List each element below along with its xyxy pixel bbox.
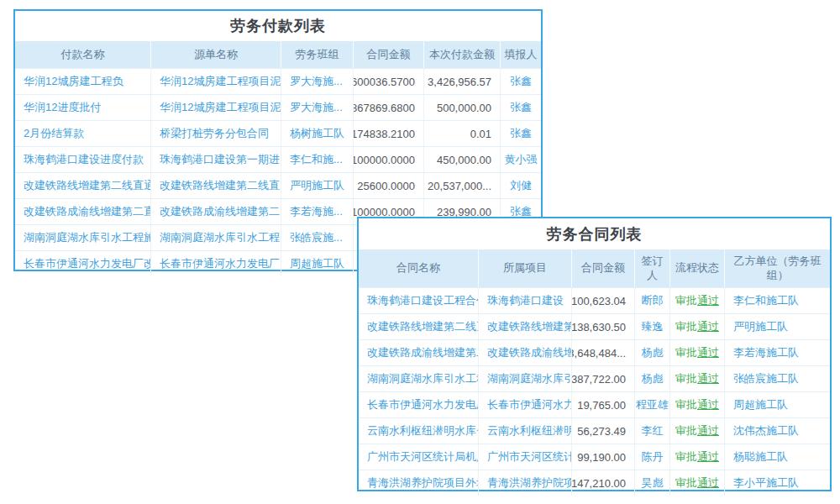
labor-team-link[interactable]: 李若海施...: [281, 199, 353, 224]
contract-name-link[interactable]: 长春市伊通河水力发电厂改...: [359, 392, 478, 417]
project-link[interactable]: 改建铁路成渝线增...: [478, 340, 571, 365]
project-link[interactable]: 广州市天河区统计...: [478, 444, 571, 470]
source-name-link[interactable]: 华润12城房建工程项目泥...: [150, 95, 281, 120]
contract-amount-cell: 387,722.00: [571, 366, 634, 391]
signer-link[interactable]: 杨彪: [634, 340, 669, 365]
status-text: 审批: [675, 319, 697, 334]
payment-name-link[interactable]: 湖南洞庭湖水库引水工程施...: [15, 225, 150, 250]
status-link[interactable]: 通过: [697, 345, 719, 360]
labor-team-link[interactable]: 周超施工队: [281, 251, 353, 276]
flow-status-cell: 审批通过: [669, 418, 724, 444]
project-link[interactable]: 青海洪湖养护院项目: [478, 470, 571, 496]
party-b-unit-link[interactable]: 李若海施工队: [724, 340, 830, 365]
party-b-unit-link[interactable]: 沈伟杰施工队: [724, 418, 830, 444]
status-text: 审批: [675, 449, 697, 465]
flow-status-cell: 审批通过: [669, 340, 724, 365]
signer-link[interactable]: 昊彪: [634, 470, 669, 496]
signer-link[interactable]: 断郎: [634, 288, 669, 313]
column-header-contract-amount: 合同金额: [571, 249, 634, 287]
column-header-labor-team: 劳务班组: [281, 41, 353, 68]
contract-amount-cell: 56,273.49: [571, 418, 634, 444]
payment-table-header-row: 付款名称 源单名称 劳务班组 合同金额 本次付款金额 填报人: [15, 41, 541, 68]
status-link[interactable]: 通过: [697, 371, 719, 386]
labor-team-link[interactable]: 杨树施工队: [281, 121, 353, 146]
payment-name-link[interactable]: 2月份结算款: [15, 121, 150, 146]
source-name-link[interactable]: 湖南洞庭湖水库引水工程...: [150, 225, 281, 250]
payment-name-link[interactable]: 改建铁路线增建第二线直通...: [15, 173, 150, 198]
reporter-link[interactable]: 张鑫: [500, 95, 541, 120]
labor-team-link[interactable]: 严明施工队: [281, 173, 353, 198]
party-b-unit-link[interactable]: 杨聪施工队: [724, 444, 830, 470]
flow-status-cell: 审批通过: [669, 288, 724, 313]
signer-link[interactable]: 程亚雄: [634, 392, 669, 417]
flow-status-cell: 审批通过: [669, 392, 724, 417]
party-b-unit-link[interactable]: 李仁和施工队: [724, 288, 830, 313]
reporter-link[interactable]: 张鑫: [500, 121, 541, 146]
contract-amount-cell: 100,623.04: [571, 288, 634, 313]
contract-table-header-row: 合同名称 所属项目 合同金额 签订人 流程状态 乙方单位（劳务班组）: [359, 249, 830, 287]
signer-link[interactable]: 陈丹: [634, 444, 669, 470]
contract-amount-cell: 174838.2100: [353, 121, 423, 146]
contract-amount-cell: 147,210.00: [571, 470, 634, 496]
contract-amount-cell: 4600036.5700: [353, 69, 423, 94]
status-link[interactable]: 通过: [697, 475, 719, 491]
contract-amount-cell: 19,765.00: [571, 392, 634, 417]
project-link[interactable]: 改建铁路线增建第...: [478, 314, 571, 339]
source-name-link[interactable]: 珠海鹤港口建设第一期进...: [150, 147, 281, 172]
contract-name-link[interactable]: 湖南洞庭湖水库引水工程施...: [359, 366, 478, 391]
party-b-unit-link[interactable]: 严明施工队: [724, 314, 830, 339]
reporter-link[interactable]: 黄小强: [500, 147, 541, 172]
payment-name-link[interactable]: 华润12进度批付: [15, 95, 150, 120]
status-text: 审批: [675, 475, 697, 491]
payment-name-link[interactable]: 华润12城房建工程负: [15, 69, 150, 94]
party-b-unit-link[interactable]: 周超施工队: [724, 392, 830, 417]
labor-team-link[interactable]: 罗大海施...: [281, 95, 353, 120]
contract-name-link[interactable]: 珠海鹤港口建设工程合作协...: [359, 288, 478, 313]
status-text: 审批: [675, 423, 697, 438]
contract-amount-cell: 3,648,484...: [571, 340, 634, 365]
contract-name-link[interactable]: 改建铁路成渝线增建第二直...: [359, 340, 478, 365]
source-name-link[interactable]: 长春市伊通河水力发电厂...: [150, 251, 281, 276]
payment-name-link[interactable]: 珠海鹤港口建设进度付款: [15, 147, 150, 172]
status-text: 审批: [675, 293, 697, 308]
reporter-link[interactable]: 张鑫: [500, 69, 541, 94]
table-row: 湖南洞庭湖水库引水工程施...湖南洞庭湖水库引...387,722.00杨彪审批…: [359, 365, 830, 391]
status-link[interactable]: 通过: [697, 449, 719, 465]
status-link[interactable]: 通过: [697, 293, 719, 308]
payment-name-link[interactable]: 长春市伊通河水力发电厂改...: [15, 251, 150, 276]
labor-contract-list-panel: 劳务合同列表 合同名称 所属项目 合同金额 签订人 流程状态 乙方单位（劳务班组…: [357, 217, 832, 491]
status-link[interactable]: 通过: [697, 423, 719, 438]
payment-name-link[interactable]: 改建铁路成渝线增建第二直...: [15, 199, 150, 224]
column-header-project: 所属项目: [478, 249, 571, 287]
table-row: 长春市伊通河水力发电厂改...长春市伊通河水力...19,765.00程亚雄审批…: [359, 391, 830, 417]
project-link[interactable]: 湖南洞庭湖水库引...: [478, 366, 571, 391]
signer-link[interactable]: 李红: [634, 418, 669, 444]
contract-name-link[interactable]: 青海洪湖养护院项目外墙涂...: [359, 470, 478, 496]
contract-amount-cell: 100000.0000: [353, 147, 423, 172]
labor-team-link[interactable]: 罗大海施...: [281, 69, 353, 94]
signer-link[interactable]: 臻逸: [634, 314, 669, 339]
party-b-unit-link[interactable]: 李小平施工队: [724, 470, 830, 496]
source-name-link[interactable]: 改建铁路成渝线增建第二...: [150, 199, 281, 224]
contract-name-link[interactable]: 改建铁路线增建第二线直通...: [359, 314, 478, 339]
labor-team-link[interactable]: 张皓宸施...: [281, 225, 353, 250]
contract-name-link[interactable]: 广州市天河区统计局机房改...: [359, 444, 478, 470]
source-name-link[interactable]: 华润12城房建工程项目泥...: [150, 69, 281, 94]
contract-table-body: 珠海鹤港口建设工程合作协...珠海鹤港口建设100,623.04断郎审批通过李仁…: [359, 287, 830, 496]
signer-link[interactable]: 杨彪: [634, 366, 669, 391]
contract-name-link[interactable]: 云南水利枢纽潜明水库一期...: [359, 418, 478, 444]
reporter-link[interactable]: 刘健: [500, 173, 541, 198]
project-link[interactable]: 长春市伊通河水力...: [478, 392, 571, 417]
table-row: 华润12进度批付华润12城房建工程项目泥...罗大海施...6867869.68…: [15, 94, 541, 120]
project-link[interactable]: 云南水利枢纽潜明...: [478, 418, 571, 444]
status-link[interactable]: 通过: [697, 397, 719, 412]
status-link[interactable]: 通过: [697, 319, 719, 334]
source-name-link[interactable]: 桥梁打桩劳务分包合同: [150, 121, 281, 146]
project-link[interactable]: 珠海鹤港口建设: [478, 288, 571, 313]
labor-team-link[interactable]: 李仁和施...: [281, 147, 353, 172]
status-text: 审批: [675, 345, 697, 360]
payment-amount-cell: 0.01: [423, 121, 500, 146]
party-b-unit-link[interactable]: 张皓宸施工队: [724, 366, 830, 391]
source-name-link[interactable]: 改建铁路线增建第二线直...: [150, 173, 281, 198]
column-header-contract-name: 合同名称: [359, 249, 478, 287]
